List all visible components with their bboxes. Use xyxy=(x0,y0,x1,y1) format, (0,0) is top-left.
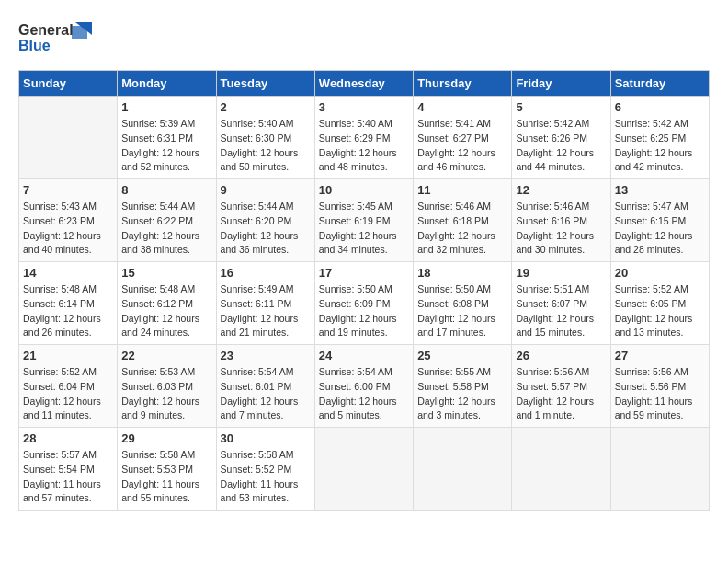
calendar-cell: 26Sunrise: 5:56 AM Sunset: 5:57 PM Dayli… xyxy=(512,345,610,428)
calendar-cell: 1Sunrise: 5:39 AM Sunset: 6:31 PM Daylig… xyxy=(118,97,216,179)
day-number: 20 xyxy=(615,266,705,280)
calendar-cell: 8Sunrise: 5:44 AM Sunset: 6:22 PM Daylig… xyxy=(118,179,216,262)
day-info: Sunrise: 5:42 AM Sunset: 6:26 PM Dayligh… xyxy=(516,117,606,175)
svg-text:General: General xyxy=(18,22,74,38)
day-info: Sunrise: 5:50 AM Sunset: 6:08 PM Dayligh… xyxy=(417,282,507,340)
calendar-week-row: 14Sunrise: 5:48 AM Sunset: 6:14 PM Dayli… xyxy=(19,262,710,345)
weekday-header-cell: Tuesday xyxy=(216,71,314,97)
calendar-cell: 9Sunrise: 5:44 AM Sunset: 6:20 PM Daylig… xyxy=(216,179,314,262)
day-number: 22 xyxy=(121,349,211,362)
day-info: Sunrise: 5:58 AM Sunset: 5:53 PM Dayligh… xyxy=(121,448,211,506)
day-info: Sunrise: 5:50 AM Sunset: 6:09 PM Dayligh… xyxy=(319,282,409,340)
day-info: Sunrise: 5:56 AM Sunset: 5:57 PM Dayligh… xyxy=(516,365,606,423)
day-number: 16 xyxy=(221,266,311,280)
day-info: Sunrise: 5:40 AM Sunset: 6:30 PM Dayligh… xyxy=(221,117,311,175)
day-number: 17 xyxy=(319,266,409,280)
day-info: Sunrise: 5:40 AM Sunset: 6:29 PM Dayligh… xyxy=(319,117,409,175)
day-number: 21 xyxy=(23,349,113,362)
calendar-cell: 21Sunrise: 5:52 AM Sunset: 6:04 PM Dayli… xyxy=(19,345,118,428)
day-number: 9 xyxy=(221,183,311,197)
calendar-cell: 22Sunrise: 5:53 AM Sunset: 6:03 PM Dayli… xyxy=(118,345,216,428)
calendar-cell: 10Sunrise: 5:45 AM Sunset: 6:19 PM Dayli… xyxy=(314,179,413,262)
day-info: Sunrise: 5:48 AM Sunset: 6:14 PM Dayligh… xyxy=(23,282,113,340)
day-info: Sunrise: 5:41 AM Sunset: 6:27 PM Dayligh… xyxy=(417,117,507,175)
day-info: Sunrise: 5:44 AM Sunset: 6:22 PM Dayligh… xyxy=(121,200,211,258)
day-info: Sunrise: 5:57 AM Sunset: 5:54 PM Dayligh… xyxy=(23,448,113,506)
day-number: 29 xyxy=(121,431,211,445)
day-number: 28 xyxy=(23,431,113,445)
weekday-header-cell: Monday xyxy=(118,71,216,97)
day-number: 12 xyxy=(516,183,606,197)
day-info: Sunrise: 5:54 AM Sunset: 6:01 PM Dayligh… xyxy=(221,365,311,423)
day-info: Sunrise: 5:53 AM Sunset: 6:03 PM Dayligh… xyxy=(121,365,211,423)
day-info: Sunrise: 5:39 AM Sunset: 6:31 PM Dayligh… xyxy=(121,117,211,175)
day-info: Sunrise: 5:58 AM Sunset: 5:52 PM Dayligh… xyxy=(221,448,311,506)
calendar-cell: 28Sunrise: 5:57 AM Sunset: 5:54 PM Dayli… xyxy=(19,428,118,511)
calendar-cell xyxy=(512,428,610,511)
calendar-cell xyxy=(314,428,413,511)
calendar-cell: 11Sunrise: 5:46 AM Sunset: 6:18 PM Dayli… xyxy=(414,179,512,262)
day-number: 11 xyxy=(417,183,507,197)
day-number: 1 xyxy=(121,100,211,114)
weekday-header-row: SundayMondayTuesdayWednesdayThursdayFrid… xyxy=(19,71,710,97)
calendar-cell xyxy=(414,428,512,511)
day-info: Sunrise: 5:52 AM Sunset: 6:04 PM Dayligh… xyxy=(23,365,113,423)
day-number: 27 xyxy=(615,349,705,362)
calendar-cell: 5Sunrise: 5:42 AM Sunset: 6:26 PM Daylig… xyxy=(512,97,610,179)
day-number: 15 xyxy=(121,266,211,280)
day-info: Sunrise: 5:47 AM Sunset: 6:15 PM Dayligh… xyxy=(615,200,705,258)
day-number: 26 xyxy=(516,349,606,362)
calendar-cell: 16Sunrise: 5:49 AM Sunset: 6:11 PM Dayli… xyxy=(216,262,314,345)
calendar-cell: 13Sunrise: 5:47 AM Sunset: 6:15 PM Dayli… xyxy=(610,179,709,262)
day-number: 10 xyxy=(319,183,409,197)
day-info: Sunrise: 5:56 AM Sunset: 5:56 PM Dayligh… xyxy=(615,365,705,423)
weekday-header-cell: Friday xyxy=(512,71,610,97)
day-number: 30 xyxy=(221,431,311,445)
calendar-week-row: 7Sunrise: 5:43 AM Sunset: 6:23 PM Daylig… xyxy=(19,179,710,262)
weekday-header-cell: Sunday xyxy=(19,71,118,97)
calendar-cell: 2Sunrise: 5:40 AM Sunset: 6:30 PM Daylig… xyxy=(216,97,314,179)
logo: General Blue xyxy=(18,18,101,55)
day-number: 8 xyxy=(121,183,211,197)
calendar-cell: 23Sunrise: 5:54 AM Sunset: 6:01 PM Dayli… xyxy=(216,345,314,428)
calendar-cell: 7Sunrise: 5:43 AM Sunset: 6:23 PM Daylig… xyxy=(19,179,118,262)
day-number: 13 xyxy=(615,183,705,197)
day-number: 7 xyxy=(23,183,113,197)
day-number: 14 xyxy=(23,266,113,280)
calendar-cell: 29Sunrise: 5:58 AM Sunset: 5:53 PM Dayli… xyxy=(118,428,216,511)
day-info: Sunrise: 5:51 AM Sunset: 6:07 PM Dayligh… xyxy=(516,282,606,340)
calendar-cell: 15Sunrise: 5:48 AM Sunset: 6:12 PM Dayli… xyxy=(118,262,216,345)
day-info: Sunrise: 5:42 AM Sunset: 6:25 PM Dayligh… xyxy=(615,117,705,175)
calendar-cell xyxy=(19,97,118,179)
calendar-cell: 6Sunrise: 5:42 AM Sunset: 6:25 PM Daylig… xyxy=(610,97,709,179)
day-info: Sunrise: 5:44 AM Sunset: 6:20 PM Dayligh… xyxy=(221,200,311,258)
day-info: Sunrise: 5:49 AM Sunset: 6:11 PM Dayligh… xyxy=(221,282,311,340)
header: General Blue xyxy=(18,18,710,55)
weekday-header-cell: Wednesday xyxy=(314,71,413,97)
calendar-cell: 24Sunrise: 5:54 AM Sunset: 6:00 PM Dayli… xyxy=(314,345,413,428)
weekday-header-cell: Saturday xyxy=(610,71,709,97)
calendar-week-row: 28Sunrise: 5:57 AM Sunset: 5:54 PM Dayli… xyxy=(19,428,710,511)
day-number: 4 xyxy=(417,100,507,114)
calendar-cell: 25Sunrise: 5:55 AM Sunset: 5:58 PM Dayli… xyxy=(414,345,512,428)
day-number: 2 xyxy=(221,100,311,114)
day-info: Sunrise: 5:46 AM Sunset: 6:18 PM Dayligh… xyxy=(417,200,507,258)
day-info: Sunrise: 5:54 AM Sunset: 6:00 PM Dayligh… xyxy=(319,365,409,423)
calendar-cell: 3Sunrise: 5:40 AM Sunset: 6:29 PM Daylig… xyxy=(314,97,413,179)
calendar-cell: 30Sunrise: 5:58 AM Sunset: 5:52 PM Dayli… xyxy=(216,428,314,511)
calendar-cell xyxy=(610,428,709,511)
day-info: Sunrise: 5:55 AM Sunset: 5:58 PM Dayligh… xyxy=(417,365,507,423)
calendar-table: SundayMondayTuesdayWednesdayThursdayFrid… xyxy=(18,70,710,511)
calendar-cell: 19Sunrise: 5:51 AM Sunset: 6:07 PM Dayli… xyxy=(512,262,610,345)
day-info: Sunrise: 5:48 AM Sunset: 6:12 PM Dayligh… xyxy=(121,282,211,340)
day-number: 3 xyxy=(319,100,409,114)
svg-text:Blue: Blue xyxy=(18,38,51,53)
day-info: Sunrise: 5:45 AM Sunset: 6:19 PM Dayligh… xyxy=(319,200,409,258)
calendar-cell: 14Sunrise: 5:48 AM Sunset: 6:14 PM Dayli… xyxy=(19,262,118,345)
day-number: 5 xyxy=(516,100,606,114)
day-number: 24 xyxy=(319,349,409,362)
day-number: 6 xyxy=(615,100,705,114)
day-number: 19 xyxy=(516,266,606,280)
calendar-cell: 27Sunrise: 5:56 AM Sunset: 5:56 PM Dayli… xyxy=(610,345,709,428)
calendar-cell: 20Sunrise: 5:52 AM Sunset: 6:05 PM Dayli… xyxy=(610,262,709,345)
